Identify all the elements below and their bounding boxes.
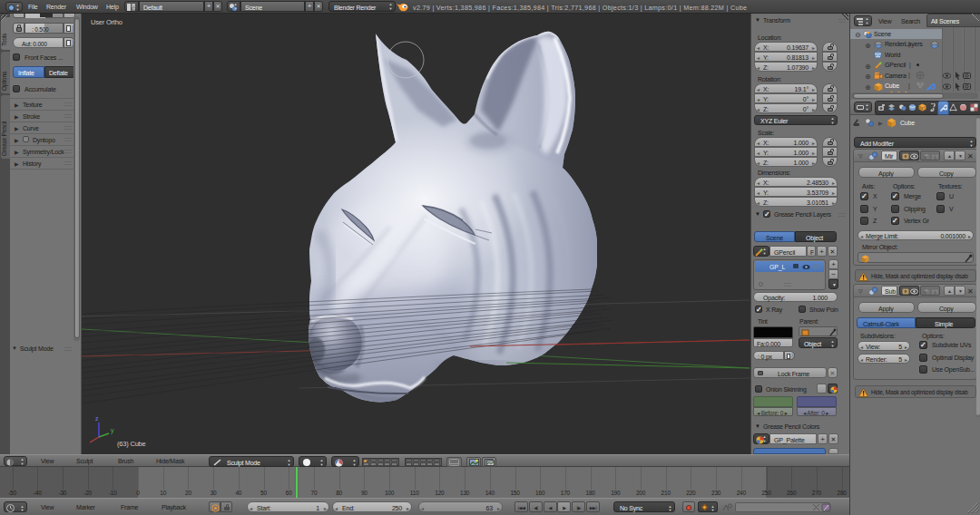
svg-text:y: y: [111, 427, 114, 434]
svg-text:z: z: [95, 415, 99, 422]
